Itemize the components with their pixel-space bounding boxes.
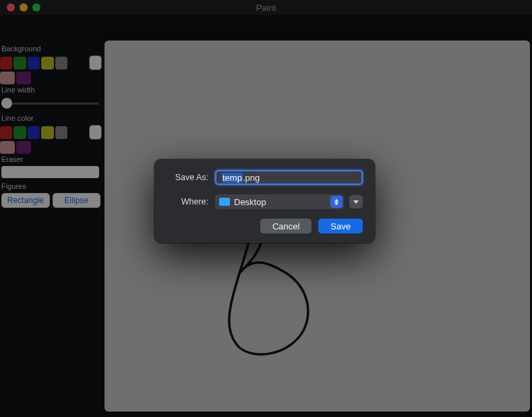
cancel-button[interactable]: Cancel	[260, 219, 312, 233]
save-dialog: Save As: temp.png Where: Desktop	[154, 159, 375, 243]
dropdown-arrows-icon	[330, 196, 343, 208]
folder-icon	[219, 198, 230, 206]
filename-extension-text: .png	[243, 173, 260, 183]
expand-dialog-button[interactable]	[349, 195, 363, 208]
save-button[interactable]: Save	[318, 219, 363, 233]
where-label: Where:	[167, 197, 208, 206]
filename-selected-text: temp	[222, 173, 243, 183]
save-as-input[interactable]: temp.png	[215, 170, 363, 185]
where-value: Desktop	[234, 197, 266, 207]
save-as-label: Save As:	[167, 173, 208, 182]
chevron-down-icon	[353, 200, 359, 204]
where-dropdown[interactable]: Desktop	[215, 194, 344, 209]
